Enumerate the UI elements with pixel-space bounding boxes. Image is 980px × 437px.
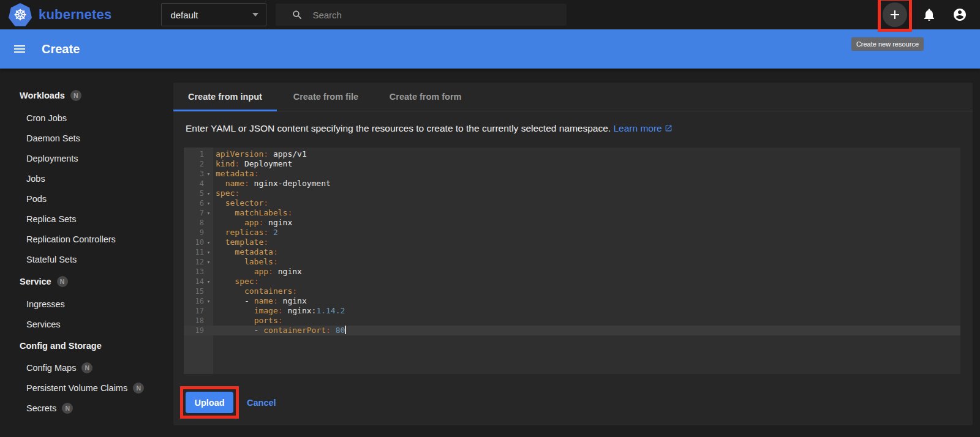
sidebar-section-header[interactable]: ServiceN [0,269,173,294]
fold-arrow-icon[interactable]: ▾ [204,198,213,208]
tab-create-from-file[interactable]: Create from file [277,83,375,111]
plus-icon [888,7,902,22]
sidebar-item-label: Cron Jobs [26,113,67,123]
fold-arrow-icon[interactable]: ▾ [204,296,213,306]
sidebar-section-label: Service [20,277,51,286]
token-punct: : [268,267,273,276]
tab-create-from-form[interactable]: Create from form [375,83,477,111]
kubernetes-logo[interactable]: ☸ kubernetes [9,3,111,26]
token-val: nginx [273,267,302,276]
code-text: metadata: [213,247,278,257]
token-val [331,326,336,335]
code-text: spec: [213,189,239,198]
code-line: 19 - containerPort: 80 [184,326,960,335]
sidebar-item-label: Ingresses [26,299,65,309]
create-new-resource-button[interactable] [883,2,907,27]
line-number: 8 [184,218,204,228]
fold-arrow-icon[interactable]: ▾ [204,247,213,257]
tab-create-from-input[interactable]: Create from input [173,83,277,111]
token-key: spec [216,189,235,198]
bell-icon [922,7,937,22]
sidebar-item-pods[interactable]: Pods [0,189,173,209]
code-line: 16▾ - name: nginx [184,296,960,306]
yaml-editor[interactable]: 1apiVersion: apps/v12kind: Deployment3▾m… [184,148,960,374]
token-val [216,179,225,188]
chevron-down-icon [252,13,258,17]
code-line: 3▾metadata: [184,169,960,179]
sidebar-item-stateful-sets[interactable]: Stateful Sets [0,249,173,269]
token-key: replicas [225,228,264,237]
fold-arrow-icon[interactable]: ▾ [204,277,213,286]
fold-gutter [204,326,213,335]
sidebar-item-services[interactable]: Services [0,314,173,334]
token-punct: : [263,237,268,247]
upload-button[interactable]: Upload [186,392,233,413]
sidebar-section-header[interactable]: WorkloadsN [0,83,173,108]
token-punct: : [292,286,297,296]
token-val: nginx-deployment [249,179,331,188]
tooltip-create-new-resource: Create new resource [851,37,924,51]
sidebar-item-secrets[interactable]: SecretsN [0,398,173,418]
sidebar-item-replica-sets[interactable]: Replica Sets [0,209,173,229]
menu-button[interactable] [12,42,27,56]
sidebar-item-deployments[interactable]: Deployments [0,148,173,168]
token-val [216,267,254,276]
line-number: 12 [184,257,204,267]
sidebar-item-config-maps[interactable]: Config MapsN [0,357,173,378]
token-val: - [216,296,254,305]
notifications-button[interactable] [922,7,937,22]
code-text: containers: [213,286,297,296]
code-line: 7▾ matchLabels: [184,208,960,218]
namespace-selector[interactable]: default [161,3,266,26]
code-text: kind: Deployment [213,159,292,169]
fold-arrow-icon[interactable]: ▾ [204,169,213,179]
learn-more-link[interactable]: Learn more [613,123,662,133]
sidebar-item-label: Stateful Sets [26,255,77,264]
token-key: app [254,267,268,276]
new-badge: N [62,403,73,414]
main-content: Create from inputCreate from fileCreate … [173,69,980,437]
token-key: selector [225,198,264,207]
sidebar-item-ingresses[interactable]: Ingresses [0,294,173,314]
token-val [216,218,244,227]
line-number: 2 [184,159,204,169]
code-text: - name: nginx [213,296,307,306]
token-key: name [254,296,273,305]
sidebar-item-label: Config Maps [26,363,76,373]
token-key: template [225,237,264,247]
sidebar-section-header[interactable]: Config and Storage [0,334,173,357]
namespace-selected-value: default [170,10,252,20]
account-circle-icon [952,7,967,22]
sidebar-item-replication-controllers[interactable]: Replication Controllers [0,229,173,249]
sidebar-item-daemon-sets[interactable]: Daemon Sets [0,128,173,148]
sidebar-item-label: Replication Controllers [26,234,116,244]
fold-arrow-icon[interactable]: ▾ [204,208,213,218]
code-line: 5▾spec: [184,189,960,198]
top-bar: ☸ kubernetes default Create new resource [0,0,980,29]
search-bar[interactable] [276,4,567,26]
cancel-button[interactable]: Cancel [247,398,276,408]
token-num: 1.14.2 [316,306,345,315]
sidebar-item-persistent-volume-claims[interactable]: Persistent Volume ClaimsN [0,378,173,398]
token-key: metadata [235,247,273,256]
sidebar-item-cron-jobs[interactable]: Cron Jobs [0,108,173,128]
account-button[interactable] [952,7,967,22]
form-actions: Upload Cancel [180,386,973,419]
sidebar-item-label: Replica Sets [26,214,76,224]
token-punct: : [273,296,278,305]
line-number: 7 [184,208,204,218]
fold-arrow-icon[interactable]: ▾ [204,257,213,267]
sidebar-item-jobs[interactable]: Jobs [0,168,173,189]
code-line: 4 name: nginx-deployment [184,179,960,189]
token-num: 80 [336,326,345,335]
fold-arrow-icon[interactable]: ▾ [204,189,213,198]
fold-gutter [204,286,213,296]
fold-arrow-icon[interactable]: ▾ [204,237,213,247]
search-input[interactable] [312,10,545,20]
fold-gutter [204,267,213,277]
kubernetes-logo-icon: ☸ [9,3,32,26]
token-val [216,198,225,207]
line-number: 16 [184,296,204,306]
sidebar-section-label: Workloads [20,91,65,100]
line-number: 14 [184,277,204,286]
